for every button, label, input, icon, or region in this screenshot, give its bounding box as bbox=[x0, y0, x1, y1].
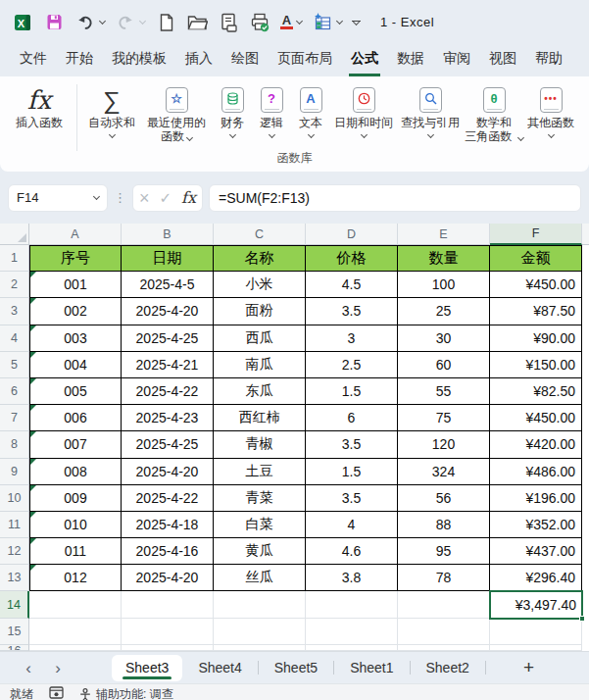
cell[interactable]: 土豆 bbox=[214, 459, 306, 485]
cell[interactable]: 88 bbox=[398, 512, 490, 538]
cell[interactable]: 4.6 bbox=[306, 538, 398, 565]
tab-help[interactable]: 帮助 bbox=[533, 44, 564, 76]
tab-file[interactable]: 文件 bbox=[18, 44, 49, 76]
cell[interactable]: 金额 bbox=[490, 245, 582, 272]
cell[interactable]: 白菜 bbox=[214, 512, 306, 538]
cell[interactable]: ¥437.00 bbox=[490, 538, 582, 565]
cell[interactable]: ¥90.00 bbox=[490, 325, 582, 352]
cell[interactable] bbox=[214, 591, 306, 618]
cell[interactable]: 黄瓜 bbox=[214, 538, 306, 565]
recent-functions-button[interactable]: ☆ 最近使用的 函数 bbox=[140, 82, 213, 143]
row-header-10[interactable]: 10 bbox=[0, 485, 29, 512]
cell[interactable]: ¥450.00 bbox=[490, 405, 582, 431]
cell[interactable]: ¥450.00 bbox=[490, 272, 582, 298]
math-trig-button[interactable]: θ 数学和 三角函数 bbox=[464, 82, 524, 143]
cell[interactable]: 价格 bbox=[306, 245, 398, 272]
cell[interactable]: 青菜 bbox=[214, 485, 306, 512]
cell[interactable]: 青椒 bbox=[214, 431, 306, 458]
cell[interactable]: 3 bbox=[306, 325, 398, 352]
save-button[interactable] bbox=[43, 12, 65, 33]
fill-handle[interactable] bbox=[579, 616, 585, 622]
selected-cell-f14[interactable]: ¥3,497.40 bbox=[490, 591, 582, 618]
cell[interactable]: ¥196.00 bbox=[490, 485, 582, 512]
cell[interactable]: ¥420.00 bbox=[490, 431, 582, 458]
tab-page-layout[interactable]: 页面布局 bbox=[275, 44, 334, 76]
cell[interactable]: 006 bbox=[29, 405, 122, 431]
tab-view[interactable]: 视图 bbox=[487, 44, 518, 76]
cell[interactable]: 95 bbox=[398, 538, 490, 565]
font-color-dropdown-chevron-icon[interactable] bbox=[296, 17, 303, 24]
cell[interactable]: 2025-4-25 bbox=[122, 431, 214, 458]
cell[interactable]: 日期 bbox=[122, 245, 214, 272]
row-header-1[interactable]: 1 bbox=[0, 245, 29, 272]
print-button[interactable] bbox=[249, 12, 270, 33]
macro-record-button[interactable] bbox=[49, 686, 64, 699]
row-header-5[interactable]: 5 bbox=[0, 352, 29, 378]
cell[interactable]: 2025-4-20 bbox=[122, 459, 214, 485]
cell[interactable]: 005 bbox=[29, 378, 122, 405]
cell[interactable]: 30 bbox=[398, 325, 490, 352]
cell[interactable]: 面粉 bbox=[214, 298, 306, 325]
tab-review[interactable]: 审阅 bbox=[441, 44, 472, 76]
cell[interactable]: 数量 bbox=[398, 245, 490, 272]
tab-sheet4[interactable]: Sheet4 bbox=[182, 655, 257, 681]
column-header-e[interactable]: E bbox=[398, 224, 490, 245]
cell[interactable]: 1.5 bbox=[306, 459, 398, 485]
cell[interactable]: 3.8 bbox=[306, 565, 398, 591]
cell[interactable]: 南瓜 bbox=[214, 352, 306, 378]
cell[interactable]: ¥352.00 bbox=[490, 512, 582, 538]
cell[interactable] bbox=[122, 619, 214, 645]
datetime-button[interactable]: 日期和时间 bbox=[330, 82, 397, 137]
logical-button[interactable]: ? 逻辑 bbox=[252, 82, 291, 137]
cell[interactable]: 名称 bbox=[214, 245, 306, 272]
row-header-7[interactable]: 7 bbox=[0, 405, 29, 431]
row-header-9[interactable]: 9 bbox=[0, 459, 29, 485]
row-header-8[interactable]: 8 bbox=[0, 431, 29, 458]
more-functions-button[interactable]: ••• 其他函数 bbox=[524, 82, 577, 137]
row-header-13[interactable]: 13 bbox=[0, 565, 29, 591]
cell[interactable] bbox=[306, 619, 398, 645]
cell[interactable]: 西瓜 bbox=[214, 325, 306, 352]
table-borders-button[interactable] bbox=[312, 12, 333, 33]
cell[interactable]: 25 bbox=[398, 298, 490, 325]
row-header-11[interactable]: 11 bbox=[0, 512, 29, 538]
cell[interactable]: 324 bbox=[398, 459, 490, 485]
cell[interactable]: 东瓜 bbox=[214, 378, 306, 405]
text-button[interactable]: A 文本 bbox=[291, 82, 330, 137]
cell[interactable]: 004 bbox=[29, 352, 122, 378]
cell[interactable] bbox=[122, 591, 214, 618]
cell[interactable]: 3.5 bbox=[306, 431, 398, 458]
row-header-2[interactable]: 2 bbox=[0, 272, 29, 298]
add-sheet-button[interactable]: + bbox=[523, 657, 534, 678]
cell[interactable] bbox=[490, 619, 582, 645]
cell[interactable] bbox=[306, 591, 398, 618]
column-header-b[interactable]: B bbox=[122, 224, 214, 245]
cell[interactable]: 2025-4-25 bbox=[122, 325, 214, 352]
cell[interactable]: 2025-4-5 bbox=[122, 272, 214, 298]
select-all-corner[interactable] bbox=[0, 224, 29, 245]
enter-button[interactable]: ✓ bbox=[160, 189, 172, 207]
redo-dropdown-chevron-icon[interactable] bbox=[139, 17, 146, 24]
cell[interactable]: 008 bbox=[29, 459, 122, 485]
tab-draw[interactable]: 绘图 bbox=[229, 44, 261, 76]
insert-function-button[interactable]: fx 插入函数 bbox=[8, 82, 71, 129]
column-header-a[interactable]: A bbox=[29, 224, 122, 245]
cell[interactable]: 75 bbox=[398, 405, 490, 431]
cell[interactable]: 序号 bbox=[29, 245, 122, 272]
cell[interactable]: 丝瓜 bbox=[214, 565, 306, 591]
tab-home[interactable]: 开始 bbox=[64, 44, 95, 76]
financial-button[interactable]: 财务 bbox=[213, 82, 252, 137]
tab-insert[interactable]: 插入 bbox=[183, 44, 215, 76]
cell[interactable]: 2025-4-22 bbox=[122, 378, 214, 405]
autosum-button[interactable]: ∑ 自动求和 bbox=[83, 82, 140, 137]
row-header-3[interactable]: 3 bbox=[0, 298, 29, 325]
cell[interactable]: 100 bbox=[398, 272, 490, 298]
font-color-button[interactable]: A bbox=[280, 15, 293, 30]
cell[interactable] bbox=[29, 591, 122, 618]
cell[interactable]: 009 bbox=[29, 485, 122, 512]
cell[interactable] bbox=[398, 619, 490, 645]
cell[interactable]: 2025-4-21 bbox=[122, 352, 214, 378]
insert-function-fx-button[interactable]: fx bbox=[181, 188, 196, 207]
tab-sheet3-active[interactable]: Sheet3 bbox=[112, 655, 182, 681]
print-preview-button[interactable] bbox=[218, 12, 239, 33]
